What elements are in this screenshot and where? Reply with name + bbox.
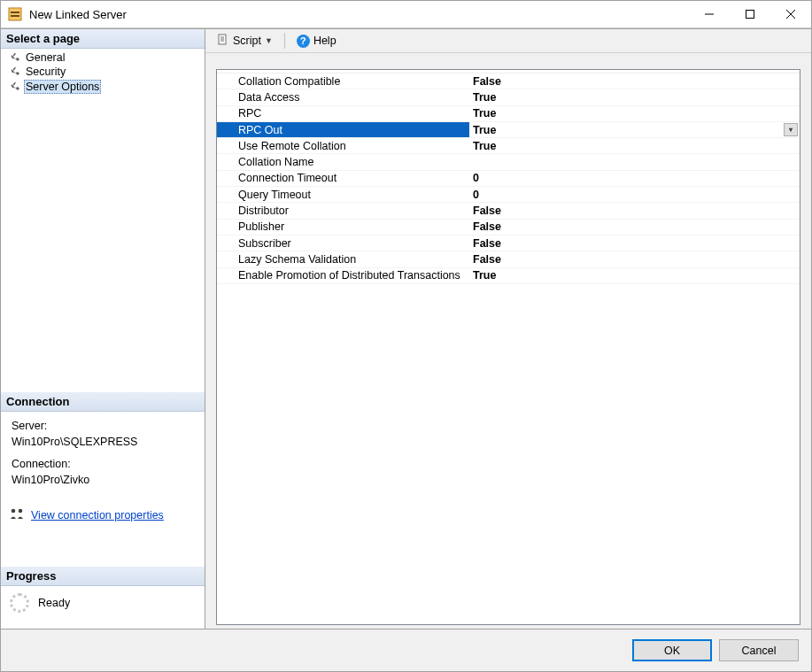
page-item[interactable]: Security — [1, 65, 205, 79]
main-panel: Script ▼ ? Help Collation CompatibleFals… — [205, 29, 811, 629]
svg-rect-2 — [11, 15, 19, 17]
dialog-footer: OK Cancel — [1, 629, 811, 671]
dialog-body: Select a page GeneralSecurityServer Opti… — [1, 28, 811, 629]
sidebar: Select a page GeneralSecurityServer Opti… — [1, 29, 205, 629]
server-value: Win10Pro\SQLEXPRESS — [12, 435, 197, 451]
dropdown-button[interactable]: ▾ — [784, 123, 798, 136]
svg-rect-3 — [746, 11, 754, 19]
property-row[interactable]: DistributorFalse — [217, 203, 800, 219]
help-button[interactable]: ? Help — [290, 32, 343, 50]
property-value[interactable]: False — [469, 236, 800, 251]
page-item-label: General — [24, 51, 66, 64]
property-grid[interactable]: Collation CompatibleFalseData AccessTrue… — [216, 69, 800, 625]
property-row[interactable]: Enable Promotion of Distributed Transact… — [217, 268, 800, 284]
page-item-label: Security — [24, 66, 67, 78]
property-row[interactable]: RPCTrue — [217, 106, 800, 122]
property-name: Collation Compatible — [217, 73, 469, 89]
page-item[interactable]: Server Options — [1, 79, 205, 95]
titlebar: New Linked Server — [1, 1, 811, 28]
maximize-button[interactable] — [730, 1, 770, 27]
svg-point-5 — [19, 509, 23, 514]
property-row[interactable]: Lazy Schema ValidationFalse — [217, 251, 800, 267]
connection-label: Connection: — [12, 457, 197, 473]
wrench-icon — [8, 81, 20, 93]
property-value[interactable] — [469, 154, 800, 169]
property-name: RPC — [217, 106, 469, 121]
property-value[interactable]: True — [469, 106, 800, 121]
chevron-down-icon: ▾ — [789, 126, 793, 134]
property-name: Use Remote Collation — [217, 138, 469, 153]
property-name: Publisher — [217, 220, 469, 235]
property-row[interactable]: SubscriberFalse — [217, 236, 800, 251]
property-name: Data Access — [217, 89, 469, 104]
property-name: Connection Timeout — [217, 171, 469, 186]
window-title: New Linked Server — [29, 8, 689, 21]
property-value[interactable]: True▾ — [469, 122, 800, 137]
property-value[interactable]: True — [469, 89, 800, 104]
page-item[interactable]: General — [1, 50, 205, 65]
property-value[interactable]: False — [469, 251, 800, 266]
svg-rect-1 — [11, 12, 19, 13]
help-label: Help — [313, 35, 336, 47]
connection-header: Connection — [1, 392, 205, 412]
page-item-label: Server Options — [24, 80, 101, 94]
property-name: Distributor — [217, 203, 469, 218]
property-value[interactable]: False — [469, 73, 800, 89]
property-row[interactable]: Use Remote CollationTrue — [217, 138, 800, 154]
toolbar: Script ▼ ? Help — [205, 29, 811, 53]
connection-info: Server: Win10Pro\SQLEXPRESS Connection: … — [1, 412, 205, 504]
app-icon — [8, 7, 22, 21]
property-name: RPC Out — [217, 122, 469, 137]
property-value[interactable]: False — [469, 220, 800, 235]
progress-header: Progress — [1, 567, 205, 586]
connection-props-icon — [10, 507, 26, 522]
property-name: Collation Name — [217, 154, 469, 169]
server-label: Server: — [12, 419, 197, 435]
page-list: GeneralSecurityServer Options — [1, 49, 205, 102]
minimize-button[interactable] — [689, 1, 730, 27]
view-connection-row: View connection properties — [1, 504, 205, 531]
property-value[interactable]: 0 — [469, 187, 800, 202]
property-value[interactable]: True — [469, 138, 800, 153]
dialog-window: New Linked Server Select a page GeneralS… — [0, 0, 812, 672]
window-controls — [689, 1, 811, 27]
toolbar-separator — [284, 33, 285, 49]
progress-status: Ready — [38, 597, 70, 609]
property-row[interactable]: RPC OutTrue▾ — [217, 122, 800, 138]
pages-header: Select a page — [1, 29, 205, 49]
property-row[interactable]: Connection Timeout0 — [217, 171, 800, 187]
view-connection-properties-link[interactable]: View connection properties — [31, 509, 164, 521]
script-button[interactable]: Script ▼ — [211, 31, 279, 51]
property-name: Subscriber — [217, 236, 469, 251]
property-value[interactable]: False — [469, 203, 800, 218]
connection-value: Win10Pro\Zivko — [12, 473, 197, 489]
progress-body: Ready — [1, 586, 205, 629]
script-label: Script — [233, 35, 261, 47]
property-row[interactable]: Query Timeout0 — [217, 187, 800, 203]
property-name: Query Timeout — [217, 187, 469, 202]
property-value[interactable]: 0 — [469, 171, 800, 186]
property-row[interactable]: Collation CompatibleFalse — [217, 73, 800, 89]
help-icon: ? — [297, 35, 310, 48]
ok-button[interactable]: OK — [632, 639, 712, 661]
wrench-icon — [8, 66, 20, 78]
wrench-icon — [8, 51, 20, 64]
property-row[interactable]: PublisherFalse — [217, 220, 800, 236]
property-row[interactable]: Collation Name — [217, 154, 800, 170]
property-name: Lazy Schema Validation — [217, 251, 469, 266]
property-name: Enable Promotion of Distributed Transact… — [217, 268, 469, 283]
cancel-button[interactable]: Cancel — [719, 639, 799, 661]
progress-spinner-icon — [10, 593, 29, 613]
script-icon — [217, 34, 229, 49]
chevron-down-icon: ▼ — [265, 36, 273, 45]
svg-rect-0 — [9, 8, 21, 20]
svg-point-4 — [12, 509, 16, 514]
close-button[interactable] — [770, 1, 811, 27]
property-value[interactable]: True — [469, 268, 800, 283]
property-row[interactable]: Data AccessTrue — [217, 89, 800, 105]
